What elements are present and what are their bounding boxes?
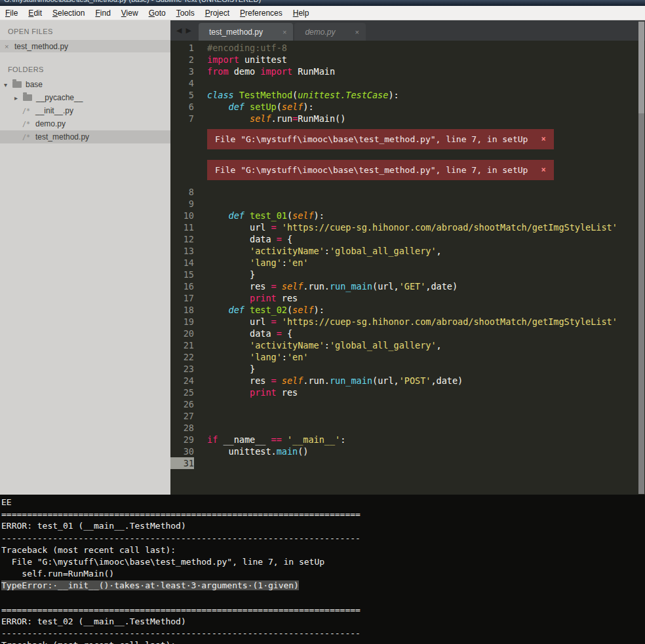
- console-line[interactable]: ========================================…: [1, 508, 645, 520]
- code-line[interactable]: 13 'activityName':'global_all_gallery',: [170, 245, 645, 257]
- tree-file-__init__.py[interactable]: /*__init__.py: [0, 104, 170, 117]
- scrollbar-thumb[interactable]: [638, 22, 644, 113]
- code-line[interactable]: 15 }: [170, 269, 645, 280]
- code-line[interactable]: 23 }: [170, 363, 645, 375]
- console-line[interactable]: ========================================…: [1, 604, 645, 616]
- code-line[interactable]: 20 data = {: [170, 328, 645, 339]
- code-line[interactable]: 27: [170, 410, 645, 422]
- console-line[interactable]: ERROR: test_02 (__main__.TestMethod): [1, 616, 645, 628]
- menu-item-goto[interactable]: Goto: [144, 7, 171, 20]
- window-titlebar: G:\mystuff\imooc\base\test_method.py (ba…: [0, 0, 645, 6]
- phantom-message: File "G:\mystuff\imooc\base\test_method.…: [215, 134, 528, 144]
- menu-item-project[interactable]: Project: [200, 7, 235, 20]
- line-number: 14: [170, 257, 194, 269]
- code-line[interactable]: 5class TestMethod(unittest.TestCase):: [170, 89, 645, 101]
- tab-close-icon[interactable]: ×: [283, 28, 286, 36]
- code-line[interactable]: 29if __name__ == '__main__':: [170, 434, 645, 445]
- code-line[interactable]: 28: [170, 422, 645, 434]
- console-line[interactable]: Traceback (most recent call last):: [1, 544, 645, 556]
- code-line[interactable]: 14 'lang':'en': [170, 257, 645, 269]
- line-number: 12: [170, 233, 194, 245]
- tree-folder-base[interactable]: ▾base: [0, 78, 170, 91]
- code-text: url = 'https://cuep-sg.hihonor.com/abroa…: [207, 221, 617, 233]
- code-line[interactable]: 18 def test_02(self):: [170, 304, 645, 316]
- open-file-item[interactable]: ×test_method.py: [0, 40, 170, 52]
- console-line[interactable]: ----------------------------------------…: [1, 533, 645, 544]
- code-line[interactable]: 3from demo import RunMain: [170, 66, 645, 77]
- phantom-close-icon[interactable]: ×: [541, 165, 545, 175]
- code-line[interactable]: 26: [170, 398, 645, 410]
- disclosure-closed-icon[interactable]: ▸: [14, 94, 23, 102]
- tab-demo.py[interactable]: demo.py×: [294, 23, 365, 41]
- code-line[interactable]: 17 print res: [170, 292, 645, 304]
- menu-item-tools[interactable]: Tools: [171, 7, 200, 20]
- menu-item-help[interactable]: Help: [288, 7, 315, 20]
- code-line[interactable]: 16 res = self.run.run_main(url,'GET',dat…: [170, 280, 645, 292]
- tree-file-test_method.py[interactable]: /*test_method.py: [0, 130, 170, 143]
- code-line[interactable]: 6 def setUp(self):: [170, 101, 645, 113]
- code-line[interactable]: 8: [170, 186, 645, 198]
- editor-column: ◀▶ test_method.py×demo.py× 1#encoding:ut…: [170, 20, 645, 495]
- code-editor[interactable]: 1#encoding:utf-82import unittest3from de…: [170, 41, 645, 495]
- code-line[interactable]: 11 url = 'https://cuep-sg.hihonor.com/ab…: [170, 221, 645, 233]
- code-line[interactable]: 2import unittest: [170, 54, 645, 66]
- console-line[interactable]: ----------------------------------------…: [1, 628, 645, 639]
- code-text: url = 'https://cuep-sg.hihonor.com/abroa…: [207, 316, 617, 328]
- console-line[interactable]: ERROR: test_01 (__main__.TestMethod): [1, 520, 645, 532]
- console-line[interactable]: Traceback (most recent call last):: [1, 639, 645, 644]
- line-number: 29: [170, 434, 194, 445]
- tab-scroll-right-icon[interactable]: ▶: [184, 26, 193, 34]
- line-number: 3: [170, 66, 194, 77]
- line-number: 15: [170, 269, 194, 280]
- code-line[interactable]: 25 print res: [170, 387, 645, 398]
- phantom-message: File "G:\mystuff\imooc\base\test_method.…: [215, 165, 528, 175]
- code-line[interactable]: 4: [170, 77, 645, 89]
- code-line[interactable]: 7 self.run=RunMain(): [170, 113, 645, 124]
- line-number: 4: [170, 77, 194, 89]
- line-number: 1: [170, 42, 194, 54]
- menu-item-selection[interactable]: Selection: [47, 7, 90, 20]
- tab-test_method.py[interactable]: test_method.py×: [199, 23, 294, 41]
- open-file-label: test_method.py: [14, 42, 68, 51]
- code-line[interactable]: 12 data = {: [170, 233, 645, 245]
- tab-close-icon[interactable]: ×: [355, 28, 359, 36]
- code-line[interactable]: 30 unittest.main(): [170, 445, 645, 457]
- phantom-close-icon[interactable]: ×: [541, 134, 545, 144]
- build-output-panel[interactable]: EE======================================…: [0, 495, 645, 644]
- code-line[interactable]: 1#encoding:utf-8: [170, 42, 645, 54]
- code-text: def setUp(self):: [207, 101, 314, 113]
- disclosure-open-icon[interactable]: ▾: [4, 81, 12, 88]
- code-line[interactable]: 22 'lang':'en': [170, 351, 645, 363]
- console-line[interactable]: TypeError:·__init__()·takes·at·least·3·a…: [1, 580, 645, 592]
- tree-file-demo.py[interactable]: /*demo.py: [0, 117, 170, 130]
- code-line[interactable]: 10 def test_01(self):: [170, 210, 645, 221]
- line-number: 25: [170, 387, 194, 398]
- menu-bar: FileEditSelectionFindViewGotoToolsProjec…: [0, 6, 645, 20]
- code-line[interactable]: 19 url = 'https://cuep-sg.hihonor.com/ab…: [170, 316, 645, 328]
- code-line[interactable]: 31: [170, 457, 645, 469]
- menu-item-preferences[interactable]: Preferences: [235, 7, 288, 20]
- line-number: 17: [170, 292, 194, 304]
- tab-label: test_method.py: [209, 28, 263, 37]
- code-line[interactable]: 9: [170, 198, 645, 210]
- editor-scrollbar[interactable]: [638, 22, 644, 494]
- menu-item-file[interactable]: File: [0, 7, 23, 20]
- code-text: def test_02(self):: [207, 304, 324, 316]
- menu-item-view[interactable]: View: [116, 7, 144, 20]
- menu-item-edit[interactable]: Edit: [23, 7, 47, 20]
- console-line[interactable]: [1, 592, 645, 604]
- code-line[interactable]: 24 res = self.run.run_main(url,'POST',da…: [170, 375, 645, 387]
- close-file-icon[interactable]: ×: [5, 43, 14, 50]
- tab-label: demo.py: [305, 28, 335, 37]
- console-line[interactable]: File "G:\mystuff\imooc\base\test_method.…: [1, 556, 645, 568]
- tree-item-label: __pycache__: [36, 93, 83, 102]
- tab-scroll-left-icon[interactable]: ◀: [174, 26, 184, 34]
- menu-item-find[interactable]: Find: [90, 7, 115, 20]
- tree-folder-__pycache__[interactable]: ▸__pycache__: [0, 91, 170, 104]
- main-split: OPEN FILES ×test_method.py FOLDERS ▾base…: [0, 20, 645, 495]
- code-text: unittest.main(): [207, 445, 308, 457]
- code-line[interactable]: 21 'activityName':'global_all_gallery',: [170, 339, 645, 351]
- code-text: print res: [207, 387, 298, 398]
- console-line[interactable]: self.run=RunMain(): [1, 568, 645, 580]
- console-line[interactable]: EE: [1, 497, 645, 508]
